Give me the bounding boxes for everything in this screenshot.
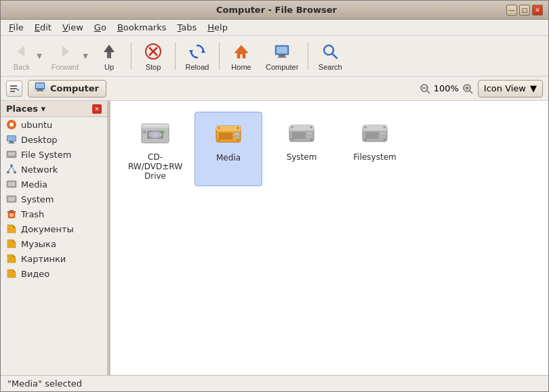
- zoom-percent: 100%: [434, 83, 459, 93]
- close-button[interactable]: ✕: [532, 5, 543, 16]
- svg-marker-0: [18, 46, 24, 57]
- file-icon-cdrom[interactable]: CD-RW/DVD±RWDrive: [121, 112, 189, 186]
- sidebar-header: Places ▾ ✕: [1, 101, 107, 117]
- menu-tabs[interactable]: Tabs: [172, 21, 203, 34]
- sidebar-item-pictures[interactable]: Картинки: [1, 251, 107, 266]
- zoom-out-button[interactable]: [419, 83, 431, 95]
- svg-point-78: [310, 127, 312, 129]
- view-mode-select[interactable]: Icon View ▼: [478, 80, 543, 97]
- trash-icon: [6, 209, 17, 219]
- svg-point-32: [9, 123, 14, 127]
- search-button[interactable]: Search: [312, 39, 348, 74]
- back-button[interactable]: Back: [5, 39, 35, 74]
- sidebar-item-system[interactable]: System: [1, 192, 107, 206]
- menu-go[interactable]: Go: [89, 21, 112, 34]
- search-label: Search: [319, 63, 342, 71]
- svg-rect-67: [234, 137, 239, 138]
- svg-line-28: [470, 91, 472, 93]
- computer-button[interactable]: Computer: [260, 39, 304, 74]
- svg-rect-66: [234, 133, 239, 135]
- file-view: CD-RW/DVD±RWDrive: [110, 101, 548, 375]
- stop-button[interactable]: Stop: [136, 39, 171, 74]
- svg-rect-85: [380, 136, 386, 137]
- address-right-area: 100% Icon View ▼: [419, 80, 543, 97]
- maximize-button[interactable]: □: [519, 5, 530, 16]
- menu-edit[interactable]: Edit: [29, 21, 57, 34]
- sidebar-item-trash[interactable]: Trash: [1, 206, 107, 221]
- file-icon-system[interactable]: System: [268, 112, 336, 186]
- svg-line-15: [332, 53, 337, 58]
- filesystem-view-label: Filesystem: [353, 152, 396, 162]
- svg-line-44: [12, 167, 15, 171]
- back-arrow[interactable]: ▼: [35, 39, 44, 74]
- svg-line-25: [427, 91, 430, 93]
- zoom-in-button[interactable]: [462, 83, 474, 95]
- sidebar-item-ubuntu[interactable]: ubuntu: [1, 117, 107, 132]
- menu-view[interactable]: View: [57, 21, 89, 34]
- svg-rect-34: [7, 136, 16, 141]
- svg-line-43: [8, 167, 12, 171]
- status-text: "Media" selected: [7, 378, 82, 389]
- reload-button[interactable]: Reload: [180, 39, 215, 74]
- svg-point-89: [384, 139, 386, 141]
- toolbar-sep-2: [175, 43, 176, 70]
- file-icon-media[interactable]: Media: [195, 112, 262, 186]
- back-icon: [11, 41, 33, 62]
- svg-marker-8: [189, 50, 193, 54]
- forward-icon: [54, 41, 76, 62]
- svg-point-88: [365, 139, 367, 141]
- forward-button[interactable]: Forward: [45, 39, 81, 74]
- svg-rect-57: [143, 125, 167, 127]
- sidebar-close-button[interactable]: ✕: [92, 104, 102, 114]
- up-button[interactable]: Up: [92, 39, 127, 74]
- sidebar-item-media[interactable]: Media: [1, 177, 107, 192]
- icon-grid: CD-RW/DVD±RWDrive: [121, 112, 537, 186]
- sidebar-item-video[interactable]: Видео: [1, 266, 107, 281]
- menu-bookmarks[interactable]: Bookmarks: [112, 21, 172, 34]
- home-button[interactable]: Home: [224, 39, 259, 74]
- location-button[interactable]: Computer: [28, 80, 106, 97]
- minimize-button[interactable]: —: [506, 5, 517, 16]
- pictures-icon: [6, 253, 17, 264]
- desktop-icon: [6, 134, 17, 145]
- stop-icon: [142, 41, 164, 62]
- toolbar-sep-1: [131, 43, 131, 70]
- system-sidebar-icon: [6, 194, 17, 204]
- svg-rect-12: [279, 55, 285, 57]
- address-edit-button[interactable]: [6, 81, 22, 97]
- sidebar-label-network: Network: [21, 165, 58, 175]
- filesystem-view-icon: [359, 117, 391, 150]
- sidebar-item-network[interactable]: Network: [1, 162, 107, 177]
- svg-rect-76: [307, 136, 312, 137]
- sidebar-item-filesystem[interactable]: File System: [1, 147, 107, 162]
- toolbar: Back ▼ Forward ▼: [1, 36, 548, 77]
- up-icon: [98, 41, 120, 62]
- svg-point-62: [143, 131, 146, 133]
- sidebar-item-music[interactable]: Музыка: [1, 236, 107, 251]
- svg-rect-73: [289, 125, 314, 131]
- svg-rect-50: [7, 211, 16, 213]
- svg-rect-65: [219, 133, 232, 139]
- sidebar-item-desktop[interactable]: Desktop: [1, 132, 107, 147]
- svg-point-69: [237, 127, 239, 129]
- home-label: Home: [231, 63, 251, 71]
- svg-rect-48: [8, 197, 15, 201]
- forward-arrow[interactable]: ▼: [81, 39, 90, 74]
- file-icon-filesystem[interactable]: Filesystem: [341, 112, 409, 186]
- menu-file[interactable]: File: [3, 21, 29, 34]
- computer-small-icon: [34, 81, 46, 96]
- svg-point-77: [291, 127, 293, 129]
- toolbar-sep-4: [308, 43, 308, 70]
- svg-rect-42: [14, 171, 16, 173]
- sidebar-item-documents[interactable]: Документы: [1, 221, 107, 236]
- ubuntu-icon: [6, 119, 17, 130]
- sidebar: Places ▾ ✕ ubuntu: [1, 101, 108, 375]
- media-sidebar-icon: [6, 179, 17, 190]
- sidebar-label-filesystem: File System: [21, 150, 71, 160]
- svg-rect-41: [7, 171, 9, 173]
- menu-help[interactable]: Help: [202, 21, 233, 34]
- title-bar: Computer - File Browser — □ ✕: [1, 1, 548, 20]
- svg-point-70: [218, 139, 220, 141]
- sidebar-label-video: Видео: [21, 269, 49, 279]
- computer-icon: [271, 41, 293, 62]
